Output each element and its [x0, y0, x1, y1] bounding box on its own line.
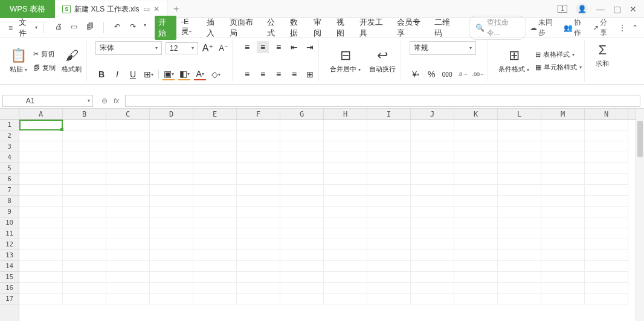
command-search[interactable]: 🔍 查找命令... [469, 16, 526, 40]
cell[interactable] [106, 185, 150, 196]
cell[interactable] [150, 217, 193, 228]
cell[interactable] [106, 130, 150, 141]
cell[interactable] [106, 217, 150, 228]
cell[interactable] [324, 207, 367, 217]
cell[interactable] [498, 239, 541, 250]
cell[interactable] [237, 261, 280, 272]
cell[interactable] [454, 239, 498, 250]
cell[interactable] [498, 174, 541, 185]
cell[interactable] [454, 294, 498, 304]
cell[interactable] [454, 130, 498, 141]
cell[interactable] [498, 152, 541, 163]
cell[interactable] [280, 283, 324, 294]
column-header[interactable]: E [193, 109, 237, 119]
maximize-button[interactable]: ▢ [613, 4, 621, 14]
cell[interactable] [454, 120, 498, 130]
cell[interactable] [193, 294, 237, 304]
cell[interactable] [367, 152, 411, 163]
formula-input[interactable] [125, 95, 640, 107]
cell[interactable] [541, 141, 585, 152]
new-tab-button[interactable]: + [167, 4, 185, 14]
cell[interactable] [19, 217, 63, 228]
percent-icon[interactable]: % [425, 68, 437, 80]
cell[interactable] [454, 283, 498, 294]
cell[interactable] [280, 272, 324, 283]
cell[interactable] [63, 261, 106, 272]
row-header[interactable]: 3 [0, 141, 19, 152]
cell[interactable] [63, 174, 106, 185]
cell[interactable] [280, 141, 324, 152]
row-header[interactable]: 14 [0, 261, 19, 272]
cell[interactable] [280, 207, 324, 217]
cell[interactable] [150, 272, 193, 283]
cell[interactable] [498, 272, 541, 283]
column-header[interactable]: H [324, 109, 367, 119]
cell[interactable] [63, 294, 106, 304]
cell[interactable] [106, 163, 150, 174]
cell[interactable] [411, 174, 454, 185]
print-icon[interactable]: 🗐 [85, 22, 95, 33]
name-box-dropdown-icon[interactable]: ▾ [88, 98, 92, 103]
tab-pagelayout[interactable]: 页面布局 [226, 16, 262, 40]
cell[interactable] [585, 217, 628, 228]
cell[interactable] [585, 207, 628, 217]
cell[interactable] [324, 163, 367, 174]
tab-data[interactable]: 数据 [286, 16, 308, 40]
cell[interactable] [193, 196, 237, 207]
cell[interactable] [19, 272, 63, 283]
comma-icon[interactable]: 000 [441, 68, 453, 80]
cell[interactable] [585, 272, 628, 283]
column-header[interactable]: I [367, 109, 411, 119]
cell[interactable] [585, 239, 628, 250]
cell[interactable] [367, 141, 411, 152]
align-left-icon[interactable]: ≡ [241, 68, 253, 80]
cell[interactable] [454, 185, 498, 196]
underline-button[interactable]: U [127, 68, 139, 80]
cell[interactable] [585, 174, 628, 185]
preview-icon[interactable]: ▭ [69, 22, 79, 33]
cell[interactable] [411, 163, 454, 174]
cell[interactable] [63, 272, 106, 283]
cell[interactable] [367, 294, 411, 304]
cell[interactable] [19, 196, 63, 207]
cell[interactable] [367, 261, 411, 272]
cell[interactable] [367, 217, 411, 228]
cell[interactable] [541, 272, 585, 283]
cell[interactable] [411, 152, 454, 163]
tab-formula[interactable]: 公式 [263, 16, 285, 40]
paste-button[interactable]: 📋 粘贴 ▾ [7, 47, 30, 75]
sync-status[interactable]: ☁ 未同步 [530, 18, 558, 38]
decrease-indent-icon[interactable]: ⇤ [288, 41, 300, 53]
increase-decimal-icon[interactable]: .0→ [457, 68, 469, 80]
cell[interactable] [193, 272, 237, 283]
minimize-button[interactable]: — [596, 4, 605, 14]
cell[interactable] [454, 228, 498, 239]
cell[interactable] [324, 120, 367, 130]
cell[interactable] [280, 130, 324, 141]
cell[interactable] [237, 283, 280, 294]
cell[interactable] [454, 207, 498, 217]
cell[interactable] [498, 228, 541, 239]
cell[interactable] [585, 250, 628, 261]
border-button[interactable]: ⊞▾ [143, 68, 155, 80]
cell[interactable] [411, 228, 454, 239]
cell[interactable] [19, 239, 63, 250]
cell[interactable] [193, 261, 237, 272]
cell[interactable] [324, 250, 367, 261]
cell[interactable] [150, 239, 193, 250]
user-avatar[interactable]: 👤 [576, 3, 588, 15]
cell[interactable] [237, 141, 280, 152]
cell[interactable] [150, 163, 193, 174]
cell[interactable] [150, 207, 193, 217]
cell[interactable] [585, 130, 628, 141]
name-box[interactable]: A1 ▾ [2, 95, 93, 107]
cell[interactable] [63, 120, 106, 130]
currency-icon[interactable]: ¥▾ [410, 68, 422, 80]
hamburger-icon[interactable]: ≡ [6, 24, 15, 32]
cell[interactable] [106, 152, 150, 163]
cell[interactable] [541, 174, 585, 185]
row-header[interactable]: 10 [0, 217, 19, 228]
cell[interactable] [324, 185, 367, 196]
cell[interactable] [150, 261, 193, 272]
cell[interactable] [280, 163, 324, 174]
